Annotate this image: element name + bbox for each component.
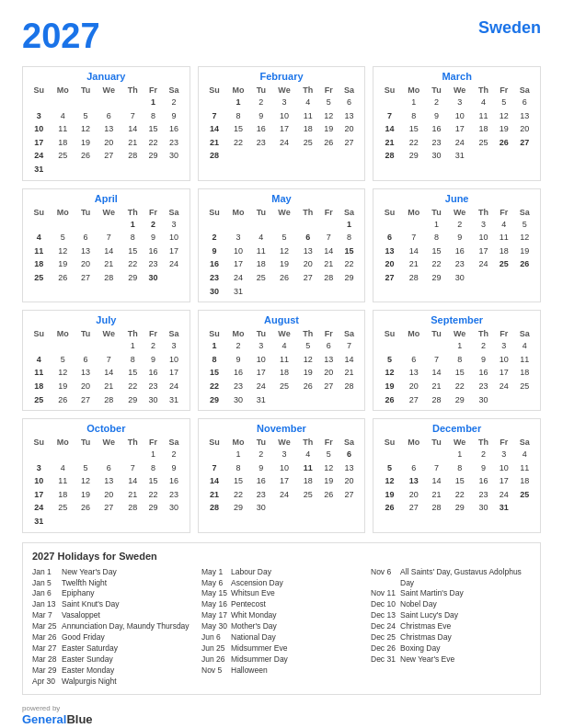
calendar-day (28, 339, 50, 353)
calendar-day: 4 (473, 96, 494, 109)
calendar-day (96, 218, 121, 232)
calendar-day (203, 448, 226, 461)
calendar-day: 19 (271, 257, 297, 271)
day-header: Tu (75, 328, 96, 339)
calendar-day (121, 448, 143, 461)
holiday-date: Jun 25 (201, 643, 227, 654)
calendar-day: 28 (96, 271, 121, 285)
day-header: Fr (319, 85, 339, 96)
holiday-name: Whit Monday (231, 610, 277, 621)
holiday-date: Jun 6 (201, 632, 227, 643)
calendar-day: 14 (401, 245, 427, 258)
holiday-name: Twelfth Night (62, 578, 107, 589)
calendar-day: 4 (514, 448, 535, 461)
calendar-day: 22 (203, 380, 226, 393)
calendar-day: 25 (473, 136, 494, 150)
month-block-july: JulySuMoTuWeThFrSa1234567891011121314151… (22, 310, 190, 411)
day-header: Th (297, 437, 318, 448)
calendar-day (339, 393, 360, 407)
calendar-day: 26 (378, 393, 401, 407)
calendar-day (378, 218, 401, 232)
day-header: Th (473, 85, 494, 96)
calendar-day: 26 (319, 136, 339, 150)
day-header: Su (28, 437, 50, 448)
calendar-day (163, 515, 185, 529)
calendar-day: 16 (203, 257, 226, 271)
calendar-day: 22 (401, 136, 427, 150)
holiday-date: Jan 6 (32, 588, 58, 599)
holiday-name: Vasaloppet (62, 610, 100, 621)
calendar-day: 10 (251, 353, 271, 367)
calendar-day: 3 (473, 218, 494, 232)
calendar-day: 12 (75, 122, 96, 136)
calendar-day: 1 (203, 339, 226, 353)
day-header: Fr (319, 328, 339, 339)
calendar-day: 11 (28, 245, 50, 258)
calendar-day: 1 (401, 96, 427, 109)
calendar-day: 18 (514, 474, 535, 488)
calendar-day: 18 (251, 257, 271, 271)
calendar-day: 24 (251, 380, 271, 393)
list-item: Jun 26Midsummer Day (201, 654, 362, 665)
holiday-name: Saint Knut's Day (62, 599, 120, 610)
calendar-day: 9 (144, 353, 163, 367)
calendar-day: 12 (319, 109, 339, 123)
calendar-day: 5 (271, 231, 297, 245)
powered-by-text: powered by (22, 704, 93, 712)
calendar-day: 17 (271, 474, 297, 488)
day-header: Tu (75, 85, 96, 96)
day-header: Tu (75, 207, 96, 218)
holiday-date: Nov 5 (201, 665, 227, 677)
calendar-day (50, 163, 75, 176)
day-header: Mo (401, 85, 427, 96)
calendar-day: 7 (121, 461, 143, 475)
calendar-day: 19 (378, 380, 401, 393)
calendar-day: 18 (494, 245, 513, 258)
calendar-day: 2 (251, 448, 271, 461)
calendar-day: 24 (271, 136, 297, 150)
calendar-day (96, 163, 121, 176)
month-name: March (378, 71, 535, 82)
calendar-day: 23 (473, 488, 494, 502)
holiday-date: Mar 27 (32, 643, 58, 654)
calendar-day: 5 (319, 96, 339, 109)
day-header: Th (297, 85, 318, 96)
calendar-day: 28 (121, 501, 143, 515)
day-header: Su (203, 85, 226, 96)
calendar-day: 17 (225, 257, 251, 271)
calendar-day (96, 96, 121, 109)
calendar-day: 22 (121, 257, 143, 271)
calendar-day: 25 (251, 271, 271, 285)
calendar-day: 7 (319, 231, 339, 245)
day-header: Sa (514, 207, 535, 218)
calendar-day: 10 (271, 109, 297, 123)
calendar-day: 14 (203, 122, 226, 136)
calendar-day: 14 (121, 474, 143, 488)
calendar-table: SuMoTuWeThFrSa12345678910111213141516171… (378, 207, 535, 285)
calendar-day: 25 (514, 380, 535, 393)
holidays-grid: Jan 1New Year's DayJan 5Twelfth NightJan… (32, 567, 531, 688)
calendar-day: 17 (163, 366, 185, 380)
day-header: Tu (426, 207, 446, 218)
day-header: Fr (494, 85, 513, 96)
calendar-day: 30 (446, 271, 472, 285)
calendar-day: 23 (426, 136, 446, 150)
calendar-day: 16 (473, 474, 494, 488)
calendar-day: 11 (297, 109, 318, 123)
calendar-day (401, 339, 427, 353)
calendar-day: 27 (75, 271, 96, 285)
calendar-day: 25 (50, 501, 75, 515)
calendar-day: 10 (446, 109, 472, 123)
calendar-day: 15 (446, 474, 472, 488)
calendar-day: 31 (251, 393, 271, 407)
calendar-day: 30 (225, 393, 251, 407)
calendar-day (28, 218, 50, 232)
calendar-day: 23 (446, 257, 472, 271)
calendar-day: 30 (473, 501, 494, 515)
day-header: We (271, 207, 297, 218)
holiday-name: Annunciation Day, Maundy Thursday (62, 621, 190, 632)
calendar-day: 12 (494, 109, 513, 123)
page-header: 2027 Sweden (22, 18, 541, 53)
day-header: We (446, 207, 472, 218)
calendar-day: 24 (271, 488, 297, 502)
